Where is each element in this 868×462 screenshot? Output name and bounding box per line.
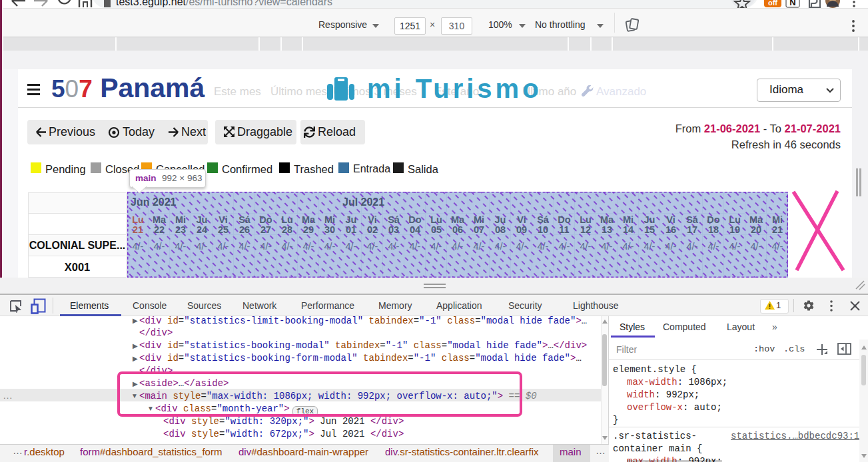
svg-text:off: off xyxy=(768,0,777,7)
svg-text:N: N xyxy=(789,0,795,7)
